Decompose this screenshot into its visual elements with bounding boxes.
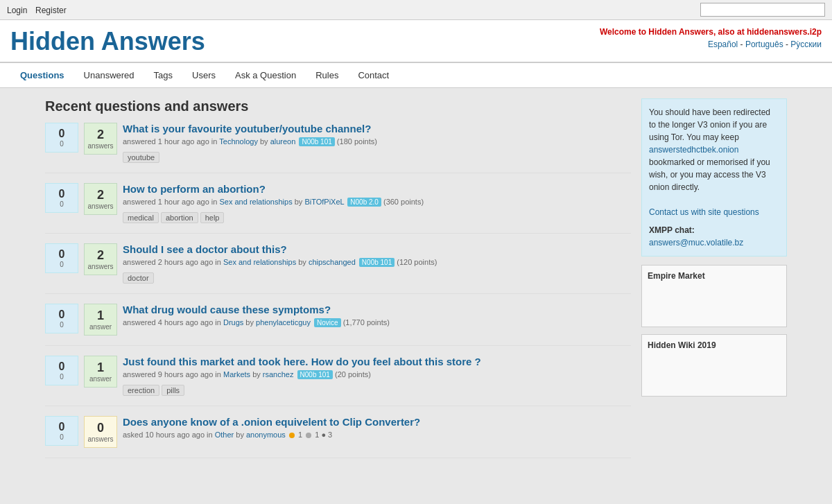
- sidebar-xmpp-label: XMPP chat:: [649, 224, 779, 236]
- author-badge: N00b 101: [359, 258, 395, 267]
- question-author[interactable]: BiTOfPiXeL: [304, 198, 344, 206]
- nav-unanswered[interactable]: Unanswered: [74, 63, 144, 87]
- question-time: 9 hours ago: [158, 370, 198, 379]
- question-status: answered: [123, 318, 156, 327]
- question-title[interactable]: Does anyone know of a .onion equivelent …: [123, 416, 631, 428]
- nav-contact[interactable]: Contact: [348, 63, 399, 87]
- question-list: 002answersWhat is your favourite youtube…: [45, 123, 631, 458]
- question-category[interactable]: Drugs: [223, 318, 243, 327]
- question-body: How to perform an abortion?answered 1 ho…: [123, 183, 631, 223]
- ad-empire-title: Empire Market: [648, 271, 781, 281]
- sidebar-info-text2: bookmarked or memorised if you wish, or …: [649, 157, 770, 192]
- content-area: Recent questions and answers 002answersW…: [45, 98, 631, 468]
- question-status: answered: [123, 258, 156, 266]
- nav-users[interactable]: Users: [182, 63, 225, 87]
- question-status: answered: [123, 370, 156, 379]
- question-category[interactable]: Other: [215, 431, 234, 439]
- question-points: (1,770 points): [341, 318, 390, 327]
- question-item: 001answerWhat drug would cause these sym…: [45, 304, 631, 346]
- question-category[interactable]: Sex and relationships: [219, 198, 292, 206]
- question-category[interactable]: Technology: [219, 137, 258, 146]
- dot-silver: [306, 433, 311, 438]
- register-link[interactable]: Register: [35, 6, 67, 15]
- answer-label: answer: [87, 375, 114, 383]
- ad-empire: Empire Market: [641, 265, 787, 327]
- question-points: (20 points): [333, 370, 371, 379]
- answer-label: answer: [87, 323, 114, 331]
- lang-es[interactable]: Español: [708, 40, 738, 49]
- ad-wiki-title: Hidden Wiki 2019: [648, 340, 781, 350]
- vote-box: 00: [45, 243, 78, 273]
- vote-box: 00: [45, 416, 78, 446]
- question-meta: answered 1 hour ago ago in Technology by…: [123, 137, 631, 146]
- tag[interactable]: erection: [123, 385, 159, 396]
- question-item: 002answersWhat is your favourite youtube…: [45, 123, 631, 173]
- question-body: Just found this market and took here. Ho…: [123, 356, 631, 396]
- lang-links: Español - Português - Рỳсскии: [600, 40, 822, 49]
- author-badge: N00b 2.0: [347, 198, 381, 207]
- answer-label: answers: [87, 202, 114, 210]
- author-badge: N00b 101: [297, 370, 333, 379]
- login-link[interactable]: Login: [7, 6, 27, 15]
- question-item: 000answersDoes anyone know of a .onion e…: [45, 416, 631, 458]
- question-title[interactable]: What is your favourite youtuber/youtube …: [123, 123, 631, 134]
- question-author[interactable]: rsanchez: [263, 370, 294, 379]
- question-time: 1 hour ago: [158, 198, 195, 206]
- tag[interactable]: doctor: [123, 272, 154, 284]
- question-title[interactable]: Should I see a doctor about this?: [123, 243, 631, 255]
- question-body: What drug would cause these symptoms?ans…: [123, 304, 631, 330]
- question-title[interactable]: How to perform an abortion?: [123, 183, 631, 195]
- question-category[interactable]: Markets: [223, 370, 250, 379]
- vote-label: 0: [49, 261, 75, 268]
- vote-label: 0: [49, 433, 75, 441]
- tag[interactable]: help: [200, 212, 225, 223]
- sidebar-onion-link[interactable]: answerstedhctbek.onion: [649, 145, 738, 155]
- question-author[interactable]: anonymous: [246, 431, 286, 439]
- sidebar-info-box: You should have been redirected to the l…: [641, 98, 787, 257]
- question-points: (180 points): [335, 137, 377, 146]
- question-meta: asked 10 hours ago ago in Other by anony…: [123, 431, 631, 439]
- nav-rules[interactable]: Rules: [306, 63, 348, 87]
- vote-count: 0: [49, 421, 75, 433]
- question-meta: answered 9 hours ago ago in Markets by r…: [123, 370, 631, 379]
- answer-count: 0: [87, 421, 114, 435]
- question-title[interactable]: What drug would cause these symptoms?: [123, 304, 631, 315]
- author-badge: N00b 101: [299, 137, 334, 146]
- question-author[interactable]: phenylaceticguy: [256, 318, 311, 327]
- site-title[interactable]: Hidden Answers: [10, 27, 205, 56]
- question-item: 002answersShould I see a doctor about th…: [45, 243, 631, 294]
- welcome-text: Welcome to Hidden Answers, also at hidde…: [600, 27, 822, 37]
- lang-pt[interactable]: Português: [745, 40, 783, 49]
- vote-count: 0: [49, 309, 75, 321]
- header: Hidden Answers Welcome to Hidden Answers…: [0, 20, 832, 63]
- vote-count: 0: [49, 128, 75, 140]
- answer-label: answers: [87, 263, 114, 270]
- tag[interactable]: abortion: [161, 212, 198, 223]
- sidebar-contact-link[interactable]: Contact us with site questions: [649, 207, 759, 217]
- sidebar-xmpp-email[interactable]: answers@muc.volatile.bz: [649, 238, 743, 247]
- question-item: 001answerJust found this market and took…: [45, 356, 631, 406]
- vote-label: 0: [49, 373, 75, 381]
- question-body: Does anyone know of a .onion equivelent …: [123, 416, 631, 442]
- search-input[interactable]: [700, 3, 825, 17]
- nav-questions[interactable]: Questions: [10, 63, 74, 87]
- question-time: 1 hour ago: [158, 137, 195, 146]
- tag[interactable]: pills: [162, 385, 184, 396]
- tag[interactable]: youtube: [123, 152, 159, 163]
- vote-box: 00: [45, 123, 78, 153]
- tag[interactable]: medical: [123, 212, 159, 223]
- ad-hidden-wiki: Hidden Wiki 2019: [641, 334, 787, 397]
- lang-ru[interactable]: Рỳсскии: [790, 40, 822, 49]
- question-tags: erectionpills: [123, 382, 631, 396]
- nav-tags[interactable]: Tags: [144, 63, 182, 87]
- nav-ask-question[interactable]: Ask a Question: [225, 63, 306, 87]
- topbar: Login Register: [0, 0, 832, 20]
- author-badge: Novice: [314, 318, 341, 327]
- question-body: Should I see a doctor about this?answere…: [123, 243, 631, 284]
- header-right: Welcome to Hidden Answers, also at hidde…: [600, 27, 822, 49]
- question-author[interactable]: alureon: [270, 137, 296, 146]
- question-title[interactable]: Just found this market and took here. Ho…: [123, 356, 631, 367]
- question-category[interactable]: Sex and relationships: [223, 258, 296, 266]
- question-points: (120 points): [395, 258, 437, 266]
- question-author[interactable]: chipschanged: [309, 258, 356, 266]
